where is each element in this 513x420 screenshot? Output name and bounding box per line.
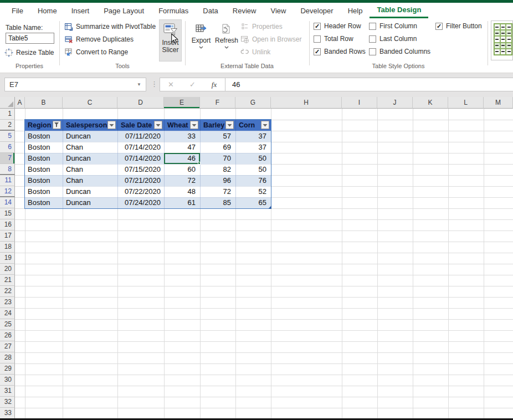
cell-E5[interactable]: 33 <box>164 131 200 142</box>
checkbox-banded-rows[interactable]: ✓Banded Rows <box>314 47 366 57</box>
cell-G14[interactable]: 65 <box>235 197 271 208</box>
cell-G6[interactable]: 37 <box>235 142 271 153</box>
column-header-G[interactable]: G <box>235 97 271 109</box>
cell-D11[interactable]: 07/21/2020 <box>117 175 164 186</box>
tab-insert[interactable]: Insert <box>64 3 97 18</box>
tab-page-layout[interactable]: Page Layout <box>96 3 151 18</box>
checkbox-last-column[interactable]: Last Column <box>369 34 417 44</box>
name-box[interactable]: E7 ▼ <box>4 78 146 91</box>
cell-E8[interactable]: 60 <box>164 164 200 175</box>
row-header-27[interactable]: 27 <box>0 341 15 352</box>
cell-D14[interactable]: 07/24/2020 <box>117 197 164 208</box>
column-header-D[interactable]: D <box>117 97 164 109</box>
tab-review[interactable]: Review <box>225 3 264 18</box>
filter-dropdown-button-corn[interactable] <box>261 121 269 129</box>
row-header-21[interactable]: 21 <box>0 275 15 286</box>
tab-help[interactable]: Help <box>341 3 370 18</box>
cell-G12[interactable]: 52 <box>235 186 271 197</box>
cell-F6[interactable]: 69 <box>200 142 235 153</box>
cell-C7[interactable]: Duncan <box>63 153 117 164</box>
tab-formulas[interactable]: Formulas <box>151 3 196 18</box>
checkbox-header-row[interactable]: ✓Header Row <box>314 21 361 31</box>
unchecked-checkbox-icon[interactable] <box>369 48 376 55</box>
cell-E6[interactable]: 47 <box>164 142 200 153</box>
row-header-19[interactable]: 19 <box>0 253 15 264</box>
row-header-26[interactable]: 26 <box>0 330 15 341</box>
row-header-33[interactable]: 33 <box>0 408 15 419</box>
tab-file[interactable]: File <box>4 3 30 18</box>
cell-B11[interactable]: Boston <box>25 175 63 186</box>
cell-C12[interactable]: Duncan <box>63 186 117 197</box>
row-header-1[interactable]: 1 <box>0 109 15 120</box>
cell-E12[interactable]: 48 <box>164 186 200 197</box>
sheet-grid[interactable]: 1256781112141516171819202122232425262728… <box>0 109 513 419</box>
select-all-button[interactable] <box>0 97 15 109</box>
cell-D5[interactable]: 07/11/2020 <box>117 131 164 142</box>
cell-C5[interactable]: Duncan <box>63 131 117 142</box>
column-header-C[interactable]: C <box>63 97 117 109</box>
export-dropdown-arrow[interactable] <box>199 46 203 49</box>
checked-checkbox-icon[interactable]: ✓ <box>314 23 321 30</box>
row-header-17[interactable]: 17 <box>0 231 15 242</box>
cell-F12[interactable]: 72 <box>200 186 235 197</box>
cell-C14[interactable]: Duncan <box>63 197 117 208</box>
cell-C8[interactable]: Chan <box>63 164 117 175</box>
row-header-32[interactable]: 32 <box>0 397 15 408</box>
row-header-22[interactable]: 22 <box>0 286 15 297</box>
summarize-with-pivottable-button[interactable]: Summarize with PivotTable <box>64 21 156 32</box>
cell-G7[interactable]: 50 <box>235 153 271 164</box>
filter-dropdown-button-wheat[interactable] <box>190 121 198 129</box>
formula-input[interactable]: 46 <box>225 78 513 91</box>
name-box-dropdown-icon[interactable]: ▼ <box>137 82 141 87</box>
insert-function-icon[interactable]: fx <box>203 80 225 89</box>
cell-F5[interactable]: 57 <box>200 131 235 142</box>
cell-E14[interactable]: 61 <box>164 197 200 208</box>
column-header-A[interactable]: A <box>15 97 25 109</box>
row-header-30[interactable]: 30 <box>0 375 15 386</box>
column-header-M[interactable]: M <box>484 97 513 109</box>
cell-C11[interactable]: Chan <box>63 175 117 186</box>
cell-C6[interactable]: Chan <box>63 142 117 153</box>
row-header-29[interactable]: 29 <box>0 363 15 375</box>
checkbox-banded-columns[interactable]: Banded Columns <box>369 47 430 57</box>
remove-duplicates-button[interactable]: Remove Duplicates <box>64 34 134 45</box>
unchecked-checkbox-icon[interactable] <box>369 23 376 30</box>
row-header-5[interactable]: 5 <box>0 131 15 142</box>
column-header-J[interactable]: J <box>377 97 413 109</box>
cell-B5[interactable]: Boston <box>25 131 63 142</box>
checked-checkbox-icon[interactable]: ✓ <box>435 23 443 30</box>
column-header-K[interactable]: K <box>413 97 448 109</box>
tab-table-design[interactable]: Table Design <box>370 3 428 18</box>
cell-G5[interactable]: 37 <box>235 131 271 142</box>
export-button[interactable]: Export <box>188 19 214 62</box>
cell-D8[interactable]: 07/15/2020 <box>117 164 164 175</box>
row-header-16[interactable]: 16 <box>0 219 15 231</box>
fill-handle[interactable] <box>198 162 201 165</box>
table-styles-gallery[interactable] <box>491 21 513 60</box>
row-header-11[interactable]: 11 <box>0 175 15 186</box>
row-header-18[interactable]: 18 <box>0 242 15 253</box>
refresh-button[interactable]: Refresh <box>214 19 239 62</box>
row-header-14[interactable]: 14 <box>0 197 15 208</box>
row-header-2[interactable]: 2 <box>0 120 15 131</box>
column-header-I[interactable]: I <box>342 97 377 109</box>
cell-D6[interactable]: 07/14/2020 <box>117 142 164 153</box>
checked-checkbox-icon[interactable]: ✓ <box>314 48 321 55</box>
cell-B7[interactable]: Boston <box>25 153 63 164</box>
row-header-24[interactable]: 24 <box>0 308 15 319</box>
checkbox-first-column[interactable]: First Column <box>369 21 417 31</box>
column-header-L[interactable]: L <box>448 97 484 109</box>
column-header-E[interactable]: E <box>164 97 200 109</box>
tab-data[interactable]: Data <box>196 3 225 18</box>
tab-view[interactable]: View <box>263 3 293 18</box>
cell-B12[interactable]: Boston <box>25 186 63 197</box>
unchecked-checkbox-icon[interactable] <box>369 35 376 43</box>
cell-G11[interactable]: 76 <box>235 175 271 186</box>
formula-bar-divider-dots[interactable]: ⋮ <box>151 80 158 88</box>
tab-home[interactable]: Home <box>30 3 64 18</box>
tab-developer[interactable]: Developer <box>293 3 340 18</box>
row-header-7[interactable]: 7 <box>0 153 15 164</box>
enter-icon[interactable]: ✓ <box>182 80 203 89</box>
cell-G8[interactable]: 50 <box>235 164 271 175</box>
selected-cell-E7[interactable] <box>164 153 200 164</box>
